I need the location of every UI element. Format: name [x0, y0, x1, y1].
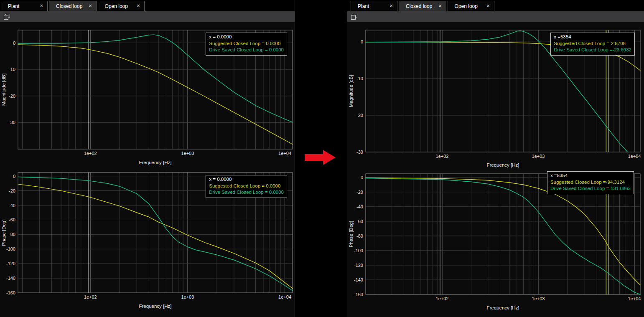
svg-text:-30: -30: [356, 150, 363, 155]
close-icon[interactable]: ✕: [88, 3, 92, 9]
screen: Plant ✕ Closed loop ✕ Open loop ✕ 0-10-2…: [0, 0, 644, 317]
legend-drive-saved-closed-loop: Drive Saved Closed Loop = 0.0000: [209, 47, 284, 53]
svg-text:Phase [Deg]: Phase [Deg]: [1, 219, 6, 246]
cursor-x-text: x =5354: [554, 34, 631, 41]
svg-text:1e+04: 1e+04: [628, 154, 641, 159]
svg-text:-160: -160: [6, 290, 15, 295]
svg-text:1e+03: 1e+03: [532, 296, 545, 301]
bode-magnitude-chart-after[interactable]: 0-10-20-301e+021e+031e+04Frequency [Hz]M…: [347, 22, 644, 169]
tab-label: Plant: [8, 3, 19, 9]
svg-text:-120: -120: [354, 263, 363, 268]
svg-text:-20: -20: [356, 113, 363, 118]
tab-closed-loop[interactable]: Closed loop ✕: [49, 1, 97, 11]
legend-suggested-closed-loop: Suggested Closed Loop =-2.8708: [554, 41, 631, 47]
svg-text:-80: -80: [9, 232, 15, 237]
svg-text:-100: -100: [6, 246, 15, 251]
close-icon[interactable]: ✕: [438, 3, 442, 9]
cursor-readout-phase: x = 0.0000 Suggested Closed Loop = 0.000…: [206, 175, 287, 198]
svg-text:-60: -60: [9, 217, 15, 222]
panel-before: Plant ✕ Closed loop ✕ Open loop ✕ 0-10-2…: [0, 0, 295, 317]
svg-text:-80: -80: [356, 233, 363, 238]
svg-text:-100: -100: [354, 248, 363, 253]
tab-label: Open loop: [455, 3, 478, 9]
copy-plot-icon[interactable]: [351, 14, 357, 20]
svg-text:1e+03: 1e+03: [181, 151, 194, 156]
svg-text:-140: -140: [354, 277, 363, 282]
svg-text:-40: -40: [9, 203, 15, 208]
bode-magnitude-chart-before[interactable]: 0-10-20-301e+021e+031e+04Frequency [Hz]M…: [0, 22, 295, 169]
svg-text:1e+02: 1e+02: [84, 294, 97, 299]
bode-phase-chart-after[interactable]: 0-20-40-60-80-100-120-140-1601e+021e+031…: [347, 169, 644, 317]
cursor-x-text: x = 0.0000: [209, 176, 284, 183]
bode-phase-chart-before[interactable]: 0-20-40-60-80-100-120-140-1601e+021e+031…: [0, 169, 295, 317]
copy-plot-icon[interactable]: [4, 14, 10, 20]
svg-text:1e+03: 1e+03: [532, 154, 545, 159]
svg-text:Frequency [Hz]: Frequency [Hz]: [139, 304, 172, 309]
tab-label: Open loop: [105, 3, 128, 9]
panel-after: Plant ✕ Closed loop ✕ Open loop ✕ 0-10-2…: [347, 0, 644, 317]
transition-arrow-icon: [305, 149, 336, 166]
svg-text:0: 0: [361, 39, 363, 44]
svg-text:1e+02: 1e+02: [84, 151, 97, 156]
tab-open-loop[interactable]: Open loop ✕: [98, 1, 145, 11]
cursor-x-text: x =5354: [550, 172, 631, 179]
svg-text:-120: -120: [6, 261, 15, 266]
tab-plant[interactable]: Plant ✕: [1, 1, 48, 11]
svg-text:1e+04: 1e+04: [278, 294, 291, 299]
svg-text:1e+03: 1e+03: [181, 294, 194, 299]
legend-drive-saved-closed-loop: Drive Saved Closed Loop =-131.0863: [550, 185, 631, 192]
svg-text:-20: -20: [356, 190, 363, 195]
svg-text:-30: -30: [9, 120, 15, 125]
tab-label: Closed loop: [406, 3, 432, 9]
svg-text:0: 0: [361, 175, 363, 180]
svg-text:-140: -140: [6, 276, 15, 281]
legend-drive-saved-closed-loop: Drive Saved Closed Loop = 0.0000: [209, 189, 284, 196]
svg-text:-10: -10: [9, 67, 15, 72]
svg-text:1e+02: 1e+02: [436, 296, 449, 301]
svg-text:Magnitude [dB]: Magnitude [dB]: [1, 74, 6, 106]
svg-text:-10: -10: [356, 76, 363, 81]
cursor-readout-magnitude: x = 0.0000 Suggested Closed Loop = 0.000…: [206, 33, 287, 56]
svg-text:0: 0: [13, 41, 15, 46]
close-icon[interactable]: ✕: [389, 3, 393, 9]
legend-suggested-closed-loop: Suggested Closed Loop =-94.3124: [550, 179, 631, 186]
tab-bar: Plant ✕ Closed loop ✕ Open loop ✕: [347, 0, 644, 11]
tab-open-loop[interactable]: Open loop ✕: [448, 1, 494, 11]
tab-closed-loop[interactable]: Closed loop ✕: [399, 1, 446, 11]
svg-text:1e+04: 1e+04: [278, 151, 291, 156]
close-icon[interactable]: ✕: [486, 3, 490, 9]
legend-drive-saved-closed-loop: Drive Saved Closed Loop =-23.6932: [554, 47, 631, 53]
svg-text:Magnitude [dB]: Magnitude [dB]: [349, 75, 354, 107]
svg-text:Frequency [Hz]: Frequency [Hz]: [139, 160, 172, 165]
tab-label: Plant: [358, 3, 369, 9]
tab-bar: Plant ✕ Closed loop ✕ Open loop ✕: [0, 0, 295, 11]
cursor-readout-phase: x =5354 Suggested Closed Loop =-94.3124 …: [547, 171, 634, 194]
svg-text:1e+02: 1e+02: [436, 154, 449, 159]
svg-text:-60: -60: [356, 219, 363, 224]
svg-text:-20: -20: [9, 94, 15, 99]
tab-label: Closed loop: [56, 3, 82, 9]
svg-text:-20: -20: [9, 188, 15, 193]
plot-toolbar: [347, 11, 644, 22]
legend-suggested-closed-loop: Suggested Closed Loop = 0.0000: [209, 183, 284, 190]
cursor-x-text: x = 0.0000: [209, 34, 284, 41]
close-icon[interactable]: ✕: [40, 3, 43, 9]
svg-text:0: 0: [13, 174, 15, 179]
plot-toolbar: [0, 11, 295, 22]
svg-text:Frequency [Hz]: Frequency [Hz]: [487, 162, 519, 167]
cursor-readout-magnitude: x =5354 Suggested Closed Loop =-2.8708 D…: [550, 33, 635, 56]
svg-text:Frequency [Hz]: Frequency [Hz]: [487, 305, 519, 310]
svg-text:Phase [Deg]: Phase [Deg]: [349, 221, 354, 247]
legend-suggested-closed-loop: Suggested Closed Loop = 0.0000: [209, 41, 284, 47]
close-icon[interactable]: ✕: [136, 3, 140, 9]
svg-text:1e+04: 1e+04: [628, 296, 641, 301]
svg-text:-40: -40: [356, 204, 363, 209]
svg-text:-160: -160: [354, 292, 363, 297]
tab-plant[interactable]: Plant ✕: [351, 1, 397, 11]
